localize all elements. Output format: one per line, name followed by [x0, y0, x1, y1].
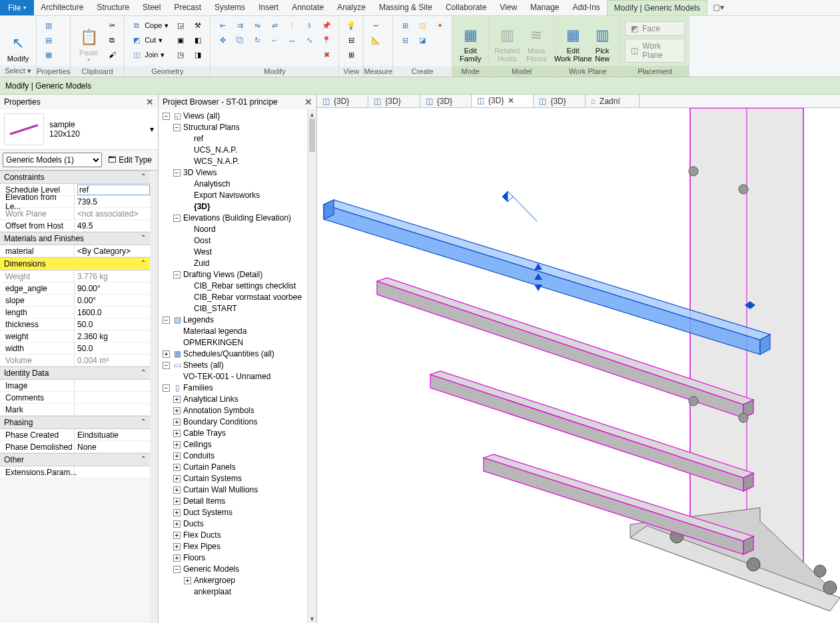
- node-fam-4[interactable]: Ceilings: [183, 440, 212, 449]
- toggle-fam-3[interactable]: +: [173, 430, 181, 437]
- measure-1[interactable]: ↔: [368, 19, 384, 32]
- menu-addins[interactable]: Add-Ins: [566, 0, 606, 15]
- viewtab-0[interactable]: ◫{3D}: [317, 95, 368, 107]
- trim-button[interactable]: ⌐: [266, 33, 282, 47]
- measure-2[interactable]: 📐: [368, 33, 384, 47]
- unpin-button[interactable]: 📍: [318, 33, 334, 47]
- toggle-fam-2[interactable]: +: [173, 418, 181, 426]
- node-fam-6[interactable]: Curtain Panels: [183, 462, 236, 472]
- v-length[interactable]: 1600.0: [75, 307, 150, 318]
- node-fam-0[interactable]: Analytical Links: [183, 394, 238, 404]
- offset-button[interactable]: ⇉: [232, 19, 248, 32]
- node-ucs[interactable]: UCS_N.A.P.: [194, 145, 237, 155]
- v-comments[interactable]: [75, 392, 150, 404]
- group-select[interactable]: Select ▾: [0, 65, 36, 77]
- v-material[interactable]: <By Category>: [75, 245, 150, 257]
- cut-clip-button[interactable]: ✂: [104, 19, 120, 32]
- move-button[interactable]: ✥: [214, 33, 230, 47]
- 3d-canvas[interactable]: [317, 108, 840, 623]
- array-button[interactable]: ⫴: [301, 19, 317, 32]
- viewtab-4[interactable]: ◫{3D}: [534, 95, 585, 107]
- modify-tool[interactable]: ↖ Modify: [4, 17, 32, 64]
- node-fam-12[interactable]: Flex Ducts: [183, 530, 221, 540]
- toggle-draft[interactable]: −: [173, 271, 181, 279]
- scale-button[interactable]: ⤡: [301, 33, 317, 47]
- node-oost[interactable]: Oost: [194, 236, 210, 245]
- view-1[interactable]: 💡: [343, 19, 359, 32]
- menu-systems[interactable]: Systems: [208, 0, 252, 15]
- geom-5[interactable]: ◧: [190, 33, 206, 47]
- node-fam-7[interactable]: Curtain Systems: [183, 474, 242, 483]
- node-views[interactable]: Views (all): [183, 111, 220, 121]
- node-fam-15[interactable]: Generic Models: [183, 564, 239, 574]
- v-width[interactable]: 50.0: [75, 342, 150, 354]
- viewtab-5[interactable]: ⌂Zadní: [586, 95, 639, 107]
- node-fam-11[interactable]: Ducts: [183, 519, 204, 528]
- menu-manage[interactable]: Manage: [524, 0, 566, 15]
- properties-small-1[interactable]: ▥: [41, 19, 57, 32]
- geom-2[interactable]: ▣: [173, 33, 189, 47]
- viewtab-close[interactable]: ✕: [508, 96, 514, 105]
- file-menu[interactable]: File: [0, 0, 34, 15]
- toggle-fam-10[interactable]: +: [173, 509, 181, 516]
- node-sheet1[interactable]: VO-TEK-001 - Unnamed: [183, 372, 270, 381]
- v-edge[interactable]: 90.00°: [75, 283, 150, 295]
- node-ref[interactable]: ref: [194, 134, 203, 143]
- cope-button[interactable]: ⧉Cope ▾: [129, 19, 171, 32]
- browser-tree[interactable]: −◱Views (all) −Structural Plans ref UCS_…: [159, 109, 316, 623]
- panel-options-icon[interactable]: ▢▾: [707, 0, 729, 15]
- v-weight[interactable]: 2.360 kg: [75, 330, 150, 342]
- menu-insert[interactable]: Insert: [252, 0, 285, 15]
- node-matleg[interactable]: Materiaal legenda: [183, 326, 246, 336]
- trim2-button[interactable]: ⌙: [284, 33, 300, 47]
- section-other[interactable]: Other⌃: [0, 453, 150, 466]
- copy-clip-button[interactable]: ⧉: [104, 33, 120, 47]
- menu-collaborate[interactable]: Collaborate: [439, 0, 493, 15]
- v-elev[interactable]: 739.5: [75, 196, 150, 208]
- node-legends[interactable]: Legends: [183, 315, 214, 324]
- geom-3[interactable]: ◳: [173, 48, 189, 61]
- v-ext[interactable]: [75, 466, 150, 478]
- node-sched[interactable]: Schedules/Quantities (all): [183, 349, 274, 358]
- view-2[interactable]: ⊟: [343, 33, 359, 47]
- node-ana[interactable]: Analytisch: [194, 179, 230, 189]
- v-mark[interactable]: [75, 404, 150, 416]
- create-1[interactable]: ⊞: [397, 19, 413, 32]
- node-exp[interactable]: Export Navisworks: [194, 191, 260, 200]
- v-image[interactable]: [75, 380, 150, 392]
- paste-button[interactable]: 📋 Paste ▾: [75, 17, 103, 64]
- node-fam-2[interactable]: Boundary Conditions: [183, 417, 257, 426]
- toggle-fam-9[interactable]: +: [173, 498, 181, 505]
- menu-analyze[interactable]: Analyze: [330, 0, 372, 15]
- node-fam-5[interactable]: Conduits: [183, 451, 214, 460]
- toggle-fam-13[interactable]: +: [173, 543, 181, 550]
- node-draft[interactable]: Drafting Views (Detail): [183, 270, 262, 279]
- pick-new-button[interactable]: ▥ Pick New: [588, 17, 616, 64]
- create-2[interactable]: ⊟: [397, 33, 413, 47]
- pin-button[interactable]: 📌: [318, 19, 334, 32]
- v-thick[interactable]: 50.0: [75, 318, 150, 330]
- properties-small-2[interactable]: ▤: [41, 33, 57, 47]
- toggle-sheets[interactable]: −: [163, 362, 170, 369]
- toggle-elev[interactable]: −: [173, 215, 181, 222]
- viewtab-3[interactable]: ◫{3D}✕: [472, 95, 534, 107]
- toggle-3d[interactable]: −: [173, 169, 181, 177]
- node-cib2[interactable]: CIB_Rebar vormstaat voorbee: [194, 293, 302, 302]
- create-4[interactable]: ◪: [414, 33, 430, 47]
- node-cib1[interactable]: CIB_Rebar settings checklist: [194, 281, 296, 291]
- section-dimensions[interactable]: Dimensions⌃: [0, 257, 150, 271]
- menu-annotate[interactable]: Annotate: [285, 0, 330, 15]
- toggle-fam-0[interactable]: +: [173, 396, 181, 403]
- viewtab-2[interactable]: ◫{3D}: [420, 95, 472, 107]
- viewtab-1[interactable]: ◫{3D}: [368, 95, 420, 107]
- geom-4[interactable]: ⚒: [190, 19, 206, 32]
- node-wcs[interactable]: WCS_N.A.P.: [194, 157, 239, 166]
- v-schedule-level[interactable]: [77, 185, 150, 195]
- edit-family-button[interactable]: ▦ Edit Family: [456, 17, 484, 64]
- edit-type-button[interactable]: 🗔Edit Type: [105, 153, 155, 167]
- node-3d[interactable]: 3D Views: [183, 168, 216, 177]
- section-identity[interactable]: Identity Data⌃: [0, 366, 150, 380]
- geom-6[interactable]: ◨: [190, 48, 206, 61]
- menu-modify-generic[interactable]: Modify | Generic Models: [607, 0, 707, 15]
- menu-view[interactable]: View: [493, 0, 524, 15]
